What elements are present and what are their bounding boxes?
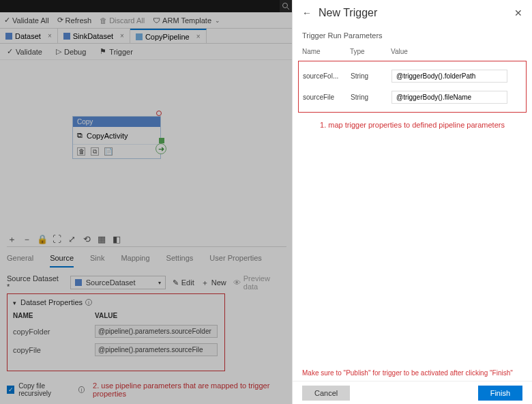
param-value-input[interactable] xyxy=(391,70,507,83)
add-activity-icon[interactable]: ➜ xyxy=(156,143,166,154)
copy-recursively-row: Copy file recursively i 2. use pipeline … xyxy=(7,379,286,400)
tab-sinkdataset[interactable]: SinkDataset× xyxy=(58,29,130,43)
param-name: copyFolder xyxy=(13,328,95,336)
validate-all-button[interactable]: ✓ Validate All xyxy=(0,12,53,28)
close-icon[interactable]: × xyxy=(120,32,124,40)
source-dataset-label: Source Dataset * xyxy=(7,274,63,291)
svg-line-1 xyxy=(287,8,289,10)
trigger-params-box: sourceFol... String sourceFile String xyxy=(298,61,527,113)
clone-icon[interactable]: ⧉ xyxy=(91,147,99,156)
annotation-1: 1. map trigger properties to defined pip… xyxy=(293,115,532,134)
tab-sink[interactable]: Sink xyxy=(90,250,104,268)
preview-data-button[interactable]: 👁 Preview data xyxy=(233,274,286,291)
param-value-input[interactable]: @pipeline().parameters.sourceFile xyxy=(95,343,218,356)
trigger-button[interactable]: ⚑ Trigger xyxy=(93,47,139,56)
param-value-input[interactable]: @pipeline().parameters.sourceFolder xyxy=(95,325,218,338)
info-icon[interactable]: i xyxy=(85,299,92,306)
tab-settings[interactable]: Settings xyxy=(166,250,194,268)
info-icon[interactable]: i xyxy=(78,386,85,393)
fit-icon[interactable]: ⛶ xyxy=(52,234,61,244)
align-icon[interactable]: ◧ xyxy=(112,234,121,244)
cancel-button[interactable]: Cancel xyxy=(302,386,350,401)
param-name: copyFile xyxy=(13,346,95,354)
editor-tabs: Dataset× SinkDataset× CopyPipeline× xyxy=(0,29,292,44)
canvas-zoom-toolbar: ＋ － 🔒 ⛶ ⤢ ⟲ ▦ ◧ xyxy=(7,232,286,247)
expand-icon[interactable]: ⤢ xyxy=(67,234,76,244)
copy-activity-node[interactable]: Copy ⧉ CopyActivity 🗑 ⧉ 📄 ➜ xyxy=(72,116,161,159)
canvas-action-bar: ✓ Validate ▷ Debug ⚑ Trigger xyxy=(0,44,292,60)
tab-copypipeline[interactable]: CopyPipeline× xyxy=(130,29,207,43)
reset-icon[interactable]: ⟲ xyxy=(82,234,91,244)
close-icon[interactable]: × xyxy=(48,32,52,40)
node-title: CopyActivity xyxy=(87,132,128,140)
tab-userproperties[interactable]: User Properties xyxy=(209,250,261,268)
new-trigger-panel: ← New Trigger ✕ Trigger Run Parameters N… xyxy=(292,0,532,404)
param-type: String xyxy=(351,72,391,80)
param-name: sourceFile xyxy=(303,93,351,101)
panel-subtitle: Trigger Run Parameters xyxy=(293,26,532,45)
copy-recursively-checkbox[interactable] xyxy=(7,386,14,394)
copy-icon[interactable]: 📄 xyxy=(104,147,113,156)
arm-template-dropdown[interactable]: 🛡 ARM Template xyxy=(149,12,224,28)
param-name: sourceFol... xyxy=(303,72,351,80)
publish-note: Make sure to "Publish" for trigger to be… xyxy=(302,369,522,377)
finish-button[interactable]: Finish xyxy=(478,386,522,401)
discard-all-button[interactable]: 🗑 Discard All xyxy=(95,12,149,28)
tab-general[interactable]: General xyxy=(7,250,33,268)
properties-tabs: General Source Sink Mapping Settings Use… xyxy=(7,250,286,268)
delete-icon[interactable]: 🗑 xyxy=(77,147,85,156)
pipeline-canvas[interactable]: Copy ⧉ CopyActivity 🗑 ⧉ 📄 ➜ xyxy=(0,60,292,232)
debug-button[interactable]: ▷ Debug xyxy=(49,47,93,56)
panel-title: New Trigger xyxy=(319,7,377,19)
edit-button[interactable]: ✎ Edit xyxy=(173,278,194,287)
close-icon[interactable]: × xyxy=(196,33,201,40)
node-header: Copy xyxy=(73,117,160,127)
validate-button[interactable]: ✓ Validate xyxy=(0,47,49,56)
param-type: String xyxy=(351,93,391,101)
source-dataset-row: Source Dataset * SourceDataset ▾ ✎ Edit … xyxy=(7,274,286,291)
zoom-out-icon[interactable]: － xyxy=(22,233,31,246)
source-dataset-select[interactable]: SourceDataset ▾ xyxy=(70,276,166,289)
dataset-icon xyxy=(75,279,82,286)
tab-mapping[interactable]: Mapping xyxy=(121,250,149,268)
dataset-properties-box: Dataset Propertiesi NAMEVALUE copyFolder… xyxy=(7,293,225,371)
layout-icon[interactable]: ▦ xyxy=(97,234,106,244)
search-icon[interactable] xyxy=(280,0,292,12)
tab-source[interactable]: Source xyxy=(50,250,74,268)
top-bar xyxy=(0,0,292,12)
new-button[interactable]: ＋ New xyxy=(201,278,226,288)
close-icon[interactable]: ✕ xyxy=(514,8,522,18)
refresh-button[interactable]: ⟳ Refresh xyxy=(53,12,96,28)
chevron-down-icon: ▾ xyxy=(158,280,161,286)
copy-activity-icon: ⧉ xyxy=(77,131,83,140)
back-icon[interactable]: ← xyxy=(302,8,312,18)
annotation-2: 2. use pipeline parameters that are mapp… xyxy=(93,381,286,398)
lock-icon[interactable]: 🔒 xyxy=(37,234,46,244)
param-value-input[interactable] xyxy=(391,91,507,104)
zoom-in-icon[interactable]: ＋ xyxy=(7,233,16,246)
success-port[interactable] xyxy=(159,138,164,143)
validation-dot-icon xyxy=(156,111,162,116)
tab-dataset[interactable]: Dataset× xyxy=(0,29,58,43)
svg-point-0 xyxy=(283,3,288,8)
main-toolbar: ✓ Validate All ⟳ Refresh 🗑 Discard All 🛡… xyxy=(0,12,292,29)
